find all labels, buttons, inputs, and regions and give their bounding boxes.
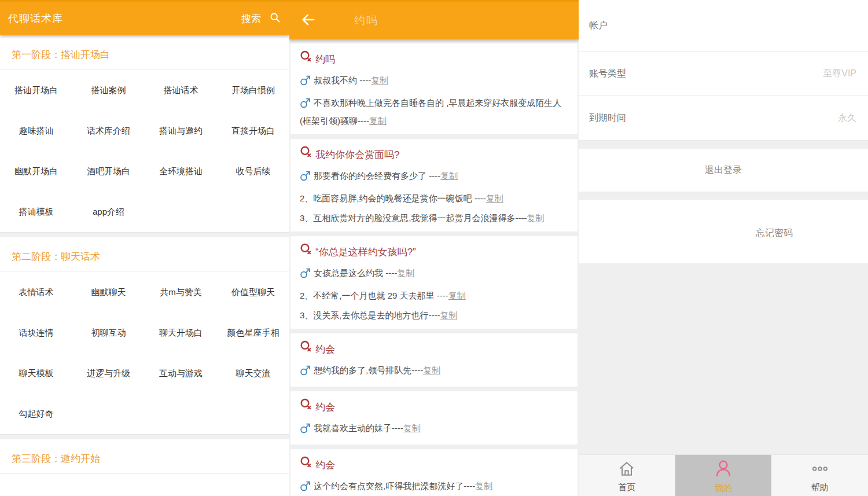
section-divider <box>0 434 289 439</box>
nav-tab-label: 我的 <box>715 483 732 494</box>
back-icon <box>300 12 317 30</box>
logout-button[interactable]: 退出登录 <box>579 149 868 192</box>
female-icon <box>300 50 314 68</box>
male-icon <box>300 74 312 91</box>
copy-link[interactable]: 复制 <box>440 310 458 320</box>
male-icon <box>300 97 312 113</box>
script-entry-text: 那要看你的约会经费有多少了 ---- <box>314 171 440 181</box>
copy-link[interactable]: 复制 <box>423 365 440 375</box>
account-row-value: 永久 <box>838 112 856 124</box>
category-item[interactable]: 收号后续 <box>217 151 289 192</box>
copy-link[interactable]: 复制 <box>397 268 414 278</box>
copy-link[interactable]: 复制 <box>369 116 387 126</box>
male-icon <box>300 170 312 186</box>
copy-link[interactable]: 复制 <box>527 213 545 223</box>
category-item[interactable]: 话块连情 <box>0 313 72 353</box>
category-item[interactable]: 开场白惯例 <box>217 70 289 111</box>
female-icon <box>300 146 314 164</box>
section-gap <box>579 192 868 200</box>
category-item[interactable]: 直接开场白 <box>217 111 289 151</box>
category-item[interactable]: 话术库介绍 <box>72 111 145 151</box>
script-entry: 叔叔我不约 ----复制 <box>300 73 567 91</box>
category-item[interactable]: 搭讪模板 <box>0 192 72 232</box>
category-item[interactable]: 勾起好奇 <box>0 394 72 434</box>
script-card-title-text: 我约你你会赏面吗? <box>315 148 399 162</box>
account-row: 账号类型至尊VIP <box>579 52 868 96</box>
copy-link[interactable]: 复制 <box>475 481 492 491</box>
category-item[interactable]: app介绍 <box>72 192 145 232</box>
account-row-label: 到期时间 <box>589 112 626 124</box>
search-button[interactable]: 搜索 <box>241 12 281 26</box>
female-icon <box>300 398 314 416</box>
female-icon <box>300 340 314 358</box>
copy-link[interactable]: 复制 <box>371 75 388 85</box>
script-card: 约吗叔叔我不约 ----复制不喜欢那种晚上做完各自睡各自的 ,早晨起来穿好衣服变… <box>290 43 578 134</box>
script-card-list: 约吗叔叔我不约 ----复制不喜欢那种晚上做完各自睡各自的 ,早晨起来穿好衣服变… <box>289 39 579 496</box>
nav-tab-help[interactable]: 帮助 <box>771 455 868 496</box>
script-entry-text: 这个约会有点突然,吓得我把澡都洗好了---- <box>314 481 475 491</box>
section-title: 第一阶段：搭讪开场白 <box>0 35 289 70</box>
forgot-password-link[interactable]: 忘记密码 <box>756 227 793 240</box>
app-title: 代聊话术库 <box>8 12 63 25</box>
account-info-list: 帐户账号类型至尊VIP到期时间永久 <box>579 0 868 141</box>
script-card-title: 约吗 <box>300 50 567 68</box>
category-item[interactable]: 价值型聊天 <box>217 272 289 313</box>
copy-link[interactable]: 复制 <box>440 171 458 181</box>
script-entry-text: 叔叔我不约 ---- <box>314 75 371 85</box>
category-item[interactable]: 幽默聊天 <box>72 272 145 313</box>
library-screen: 代聊话术库 搜索 第一阶段：搭讪开场白搭讪开场白搭讪案例搭讪话术开场白惯例趣味搭… <box>0 0 289 496</box>
script-entry: 我就喜欢主动的妹子----复制 <box>300 421 567 439</box>
script-card-title-text: 约会 <box>315 401 335 414</box>
account-row: 到期时间永久 <box>579 96 868 141</box>
script-card: 约会我就喜欢主动的妹子----复制 <box>290 391 578 444</box>
logout-label: 退出登录 <box>705 164 742 177</box>
category-item[interactable]: 共m与赞美 <box>145 272 217 313</box>
category-item[interactable]: 搭讪开场白 <box>0 70 72 111</box>
category-item[interactable]: 聊天模板 <box>0 353 72 394</box>
category-item[interactable]: 进逻与升级 <box>72 353 145 394</box>
category-grid: 搭讪开场白搭讪案例搭讪话术开场白惯例趣味搭讪话术库介绍搭讪与邀约直接开场白幽默开… <box>0 70 289 232</box>
script-entry-text: 2、吃面容易胖,约会的晚餐还是赏你一碗饭吧 ---- <box>300 193 486 203</box>
male-icon <box>300 422 312 439</box>
category-item[interactable]: 趣味搭讪 <box>0 111 72 151</box>
script-card: 约会想约我的多了,领号排队先----复制 <box>290 333 578 387</box>
nav-tab-mine[interactable]: 我的 <box>675 455 772 496</box>
script-entry: 2、不经常,一个月也就 29 天去那里 ----复制 <box>300 288 567 303</box>
category-item[interactable]: 全环境搭讪 <box>145 151 217 192</box>
category-item[interactable]: 表情话术 <box>0 272 72 313</box>
script-card-title: 约会 <box>300 398 567 416</box>
nav-tab-home[interactable]: 首页 <box>579 455 675 496</box>
script-entry: 想约我的多了,领号排队先----复制 <box>300 363 567 381</box>
category-item[interactable]: 聊天开场白 <box>145 313 217 353</box>
category-item[interactable]: 聊天交流 <box>217 353 289 394</box>
category-item[interactable]: 搭讪与邀约 <box>145 111 217 151</box>
category-sections: 第一阶段：搭讪开场白搭讪开场白搭讪案例搭讪话术开场白惯例趣味搭讪话术库介绍搭讪与… <box>0 35 289 474</box>
script-card-title-text: “你总是这样约女孩吗?” <box>315 245 416 259</box>
script-entry-text: 2、不经常,一个月也就 29 天去那里 ---- <box>300 291 448 300</box>
account-row: 帐户 <box>579 0 868 52</box>
category-grid: 表情话术幽默聊天共m与赞美价值型聊天话块连情初聊互动聊天开场白颜色星座手相聊天模… <box>0 272 289 434</box>
category-item[interactable]: 酒吧开场白 <box>72 151 145 192</box>
copy-link[interactable]: 复制 <box>403 423 421 433</box>
female-icon <box>300 456 314 474</box>
script-card-title-text: 约会 <box>315 458 335 472</box>
script-entry: 这个约会有点突然,吓得我把澡都洗好了----复制 <box>300 479 567 496</box>
copy-link[interactable]: 复制 <box>486 193 503 203</box>
category-item[interactable]: 搭讪话术 <box>145 70 217 111</box>
copy-link[interactable]: 复制 <box>448 291 466 300</box>
category-item[interactable]: 搭讪案例 <box>72 70 145 111</box>
male-icon <box>300 364 312 381</box>
script-card-title: 约会 <box>300 456 567 474</box>
script-card-title: “你总是这样约女孩吗?” <box>300 243 567 261</box>
category-item[interactable]: 互动与游戏 <box>145 353 217 394</box>
category-item[interactable]: 颜色星座手相 <box>217 313 289 353</box>
back-button[interactable] <box>299 11 318 31</box>
category-item[interactable]: 幽默开场白 <box>0 151 72 192</box>
script-entry-text: 想约我的多了,领号排队先---- <box>314 365 423 375</box>
script-entry-text: 女孩总是这么约我 ---- <box>314 268 397 278</box>
script-entry: 3、互相欣赏对方的脸没意思,我觉得一起赏月会浪漫得多----复制 <box>300 211 567 226</box>
script-entry: 3、没关系,去你总是去的地方也行----复制 <box>300 308 567 323</box>
home-icon <box>617 460 636 480</box>
category-item[interactable]: 初聊互动 <box>72 313 145 353</box>
script-entry: 女孩总是这么约我 ----复制 <box>300 266 567 284</box>
